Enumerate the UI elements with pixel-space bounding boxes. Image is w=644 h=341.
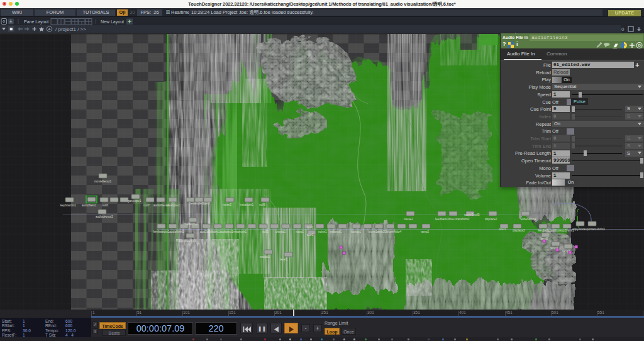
svg-text:noise2: noise2 [223,203,231,206]
svg-text:resample2: resample2 [166,204,180,207]
svg-text:null7: null7 [143,204,150,207]
svg-text:copy2lookup2trans1brm3: copy2lookup2trans1brm3 [572,228,605,231]
svg-text:/ project1 / >>: / project1 / >> [55,26,86,32]
svg-text:blur2: blur2 [307,233,314,237]
svg-text:displace3: displace3 [513,229,525,232]
svg-text:instances1: instances1 [240,203,253,206]
svg-text:lookup1: lookup1 [351,230,362,233]
svg-text:ganelope1: ganelope1 [128,199,142,203]
svg-text:mouse1: mouse1 [260,255,270,259]
svg-text:null8: null8 [259,203,265,206]
svg-text:level1: level1 [280,258,287,261]
svg-text:chanelope1: chanelope1 [184,223,199,226]
svg-text:New Layout: New Layout [101,20,124,25]
svg-text:scope1null5: scope1null5 [464,213,480,216]
svg-text:audiofilein1: audiofilein1 [82,204,97,207]
svg-text:displace2: displace2 [485,218,497,221]
svg-text:aud1laudbdev1audspect1resample: aud1laudbdev1audspect1resample1 [200,230,247,233]
svg-text:null6: null6 [102,204,108,207]
svg-text:moviefileout1: moviefileout1 [94,180,112,183]
svg-text:noop1: noop1 [296,230,304,233]
svg-text:Pane Layout: Pane Layout [24,20,48,25]
svg-text:feedback1blue1transform2: feedback1blue1transform2 [435,218,470,221]
svg-text:feedba2copy2lookup2trans1: feedba2copy2lookup2trans1 [538,229,574,232]
svg-text:keyboardin2audiofilein1: keyboardin2audiofilein1 [153,230,184,233]
svg-text:instance1: instance1 [330,230,342,233]
svg-text:null1: null1 [262,230,269,233]
svg-text:ramp2: ramp2 [421,230,429,233]
svg-text:keyboardin1: keyboardin1 [60,204,76,207]
svg-text:blur1: blur1 [307,226,314,229]
svg-text:over1: over1 [499,228,506,231]
svg-text:blues1amb1l3blues4blur4: blues1amb1l3blues4blur4 [369,230,402,233]
svg-text:resample3part2: resample3part2 [190,202,210,205]
svg-text:SoftenAlpha: SoftenAlpha [520,218,536,221]
svg-text:audiodevout1: audiodevout1 [179,240,196,243]
svg-text:0: 0 [621,26,625,32]
svg-text:audiodevout3: audiodevout3 [96,215,113,218]
svg-text:cause2: cause2 [404,218,413,221]
svg-text:chopto1: chopto1 [275,230,286,233]
svg-text:noise1: noise1 [318,230,327,233]
